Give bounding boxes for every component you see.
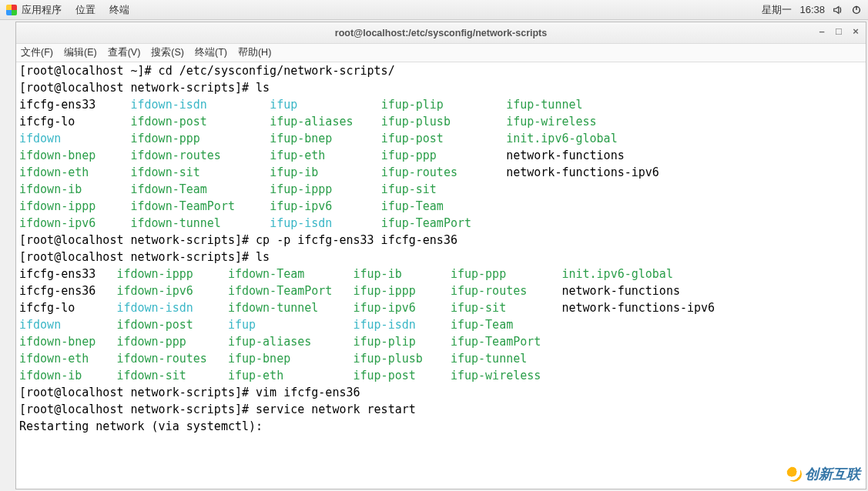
prompt-line: [root@localhost network-scripts]# servic…	[19, 401, 863, 418]
panel-day: 星期一	[762, 3, 792, 17]
ls-row: ifdown-eth ifdown-sit ifup-ib ifup-route…	[19, 164, 863, 181]
panel-applications[interactable]: 应用程序	[22, 3, 62, 17]
ls-row: ifcfg-ens33 ifdown-isdn ifup ifup-plip i…	[19, 96, 863, 113]
ls-row: ifdown-ipv6 ifdown-tunnel ifup-isdn ifup…	[19, 215, 863, 232]
ls-row: ifdown-bnep ifdown-routes ifup-eth ifup-…	[19, 147, 863, 164]
window-maximize-button[interactable]: □	[833, 25, 844, 37]
prompt-line: [root@localhost network-scripts]# ls	[19, 79, 863, 96]
ls-row: ifcfg-lo ifdown-isdn ifdown-tunnel ifup-…	[19, 299, 863, 316]
volume-icon[interactable]	[833, 4, 843, 16]
window-close-button[interactable]: ×	[850, 25, 861, 37]
ls-row: ifcfg-ens33 ifdown-ippp ifdown-Team ifup…	[19, 266, 863, 282]
menu-terminal[interactable]: 终端(T)	[195, 46, 227, 59]
watermark-text: 创新互联	[805, 465, 860, 483]
panel-terminal[interactable]: 终端	[109, 3, 129, 17]
prompt-line: [root@localhost network-scripts]# vim if…	[19, 384, 863, 401]
ls-row: ifcfg-lo ifdown-post ifup-aliases ifup-p…	[19, 113, 863, 130]
menu-file[interactable]: 文件(F)	[21, 46, 53, 59]
prompt-line: [root@localhost network-scripts]# cp -p …	[19, 232, 863, 249]
prompt-line: [root@localhost ~]# cd /etc/sysconfig/ne…	[19, 62, 863, 79]
terminal-output[interactable]: [root@localhost ~]# cd /etc/sysconfig/ne…	[16, 62, 866, 489]
panel-places[interactable]: 位置	[75, 3, 96, 17]
window-title: root@localhost:/etc/sysconfig/network-sc…	[335, 28, 547, 38]
window-minimize-button[interactable]: –	[816, 25, 827, 37]
desktop-top-panel: 应用程序 位置 终端 星期一 16:38	[0, 0, 868, 20]
power-icon[interactable]	[851, 4, 862, 16]
menu-edit[interactable]: 编辑(E)	[64, 46, 97, 59]
window-titlebar[interactable]: root@localhost:/etc/sysconfig/network-sc…	[16, 22, 866, 44]
ls-row: ifdown-ib ifdown-Team ifup-ippp ifup-sit	[19, 181, 863, 198]
menu-help[interactable]: 帮助(H)	[238, 46, 271, 59]
ls-row: ifdown ifdown-ppp ifup-bnep ifup-post in…	[19, 130, 863, 147]
terminal-menubar: 文件(F) 编辑(E) 查看(V) 搜索(S) 终端(T) 帮助(H)	[16, 44, 866, 62]
panel-time: 16:38	[799, 4, 825, 15]
ls-row: ifdown-ib ifdown-sit ifup-eth ifup-post …	[19, 367, 863, 384]
prompt-line: [root@localhost network-scripts]# ls	[19, 249, 863, 266]
menu-search[interactable]: 搜索(S)	[151, 46, 184, 59]
watermark-icon	[786, 466, 802, 482]
ls-row: ifdown-ippp ifdown-TeamPort ifup-ipv6 if…	[19, 198, 863, 215]
ls-row: ifdown-bnep ifdown-ppp ifup-aliases ifup…	[19, 333, 863, 350]
applications-icon	[6, 5, 17, 15]
output-line: Restarting network (via systemctl):	[19, 418, 863, 435]
ls-row: ifcfg-ens36 ifdown-ipv6 ifdown-TeamPort …	[19, 282, 863, 299]
ls-row: ifdown-eth ifdown-routes ifup-bnep ifup-…	[19, 350, 863, 367]
ls-row: ifdown ifdown-post ifup ifup-isdn ifup-T…	[19, 316, 863, 333]
menu-view[interactable]: 查看(V)	[108, 46, 141, 59]
watermark: 创新互联	[786, 465, 860, 483]
terminal-window: root@localhost:/etc/sysconfig/network-sc…	[15, 22, 866, 489]
